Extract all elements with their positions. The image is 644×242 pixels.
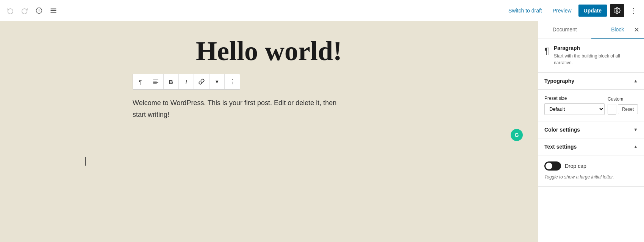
svg-rect-9 — [153, 82, 158, 83]
bold-button[interactable]: B — [164, 74, 179, 89]
format-toolbar: ¶ B I ▾ — [133, 74, 240, 90]
typography-collapse-icon: ▲ — [633, 78, 638, 84]
tab-document[interactable]: Document — [538, 21, 591, 39]
color-settings-expand-icon: ▼ — [633, 127, 638, 132]
post-body-text: Welcome to WordPress. This is your first… — [133, 97, 405, 120]
preset-size-col: Preset size Default Small Medium Large E… — [544, 96, 605, 115]
undo-button[interactable] — [5, 5, 16, 16]
top-bar-left — [5, 5, 59, 16]
typography-accordion-header[interactable]: Typography ▲ — [538, 73, 644, 90]
custom-size-input[interactable] — [608, 104, 616, 114]
svg-rect-7 — [153, 80, 158, 80]
update-button[interactable]: Update — [578, 5, 607, 17]
top-bar-right: Switch to draft Preview Update ⋮ — [505, 4, 639, 17]
typography-controls-row: Preset size Default Small Medium Large E… — [544, 96, 638, 115]
editor-canvas[interactable]: Hello world! ¶ B I — [0, 21, 538, 242]
block-info-section: ¶ Paragraph Start with the building bloc… — [538, 39, 644, 73]
drop-cap-label: Drop cap — [565, 163, 586, 169]
block-description: Start with the building block of all nar… — [554, 53, 638, 66]
info-button[interactable] — [33, 5, 45, 16]
post-title[interactable]: Hello world! — [133, 36, 405, 66]
block-type-icon: ¶ — [544, 46, 549, 56]
grammarly-icon[interactable]: G — [511, 129, 523, 141]
drop-cap-toggle[interactable] — [544, 161, 561, 171]
text-settings-collapse-icon: ▲ — [633, 144, 638, 149]
sidebar-content: ¶ Paragraph Start with the building bloc… — [538, 39, 644, 242]
svg-rect-10 — [153, 84, 156, 84]
more-options-button[interactable]: ⋮ — [627, 4, 639, 17]
editor-content: Hello world! ¶ B I — [133, 36, 405, 120]
preset-size-label: Preset size — [544, 96, 605, 101]
preset-size-select[interactable]: Default Small Medium Large Extra Large — [544, 103, 605, 115]
redo-button[interactable] — [19, 5, 30, 16]
svg-point-6 — [616, 9, 618, 11]
link-icon — [199, 79, 205, 85]
paragraph-button[interactable]: ¶ — [133, 74, 148, 89]
typography-content: Preset size Default Small Medium Large E… — [538, 90, 644, 121]
more-rich-options-button[interactable]: ▾ — [209, 74, 225, 89]
preview-button[interactable]: Preview — [549, 5, 575, 16]
block-info: ¶ Paragraph Start with the building bloc… — [544, 45, 638, 66]
typography-label: Typography — [544, 78, 574, 84]
custom-size-col: Custom ▲ ▼ Reset — [608, 96, 638, 115]
custom-input-wrapper: ▲ ▼ — [608, 104, 616, 115]
drop-cap-hint: Toggle to show a large initial letter. — [544, 174, 638, 180]
post-body[interactable]: Welcome to WordPress. This is your first… — [133, 97, 405, 120]
custom-label: Custom — [608, 96, 638, 102]
color-settings-label: Color settings — [544, 127, 580, 133]
svg-rect-8 — [153, 81, 156, 81]
settings-button[interactable] — [610, 4, 624, 17]
block-title: Paragraph — [554, 45, 638, 51]
sidebar-tabs: Document Block ✕ — [538, 21, 644, 39]
list-view-button[interactable] — [48, 5, 59, 16]
sidebar-close-button[interactable]: ✕ — [632, 24, 641, 36]
link-button[interactable] — [194, 74, 209, 89]
right-sidebar: Document Block ✕ ¶ Paragraph Start with … — [538, 21, 644, 242]
reset-button[interactable]: Reset — [618, 104, 638, 114]
main-area: Hello world! ¶ B I — [0, 21, 644, 242]
paragraph-icon: ¶ — [139, 79, 142, 85]
text-settings-label: Text settings — [544, 144, 577, 150]
switch-to-draft-button[interactable]: Switch to draft — [505, 5, 546, 16]
text-settings-content: Drop cap Toggle to show a large initial … — [538, 155, 644, 187]
drop-cap-row: Drop cap — [544, 161, 638, 171]
block-details: Paragraph Start with the building block … — [554, 45, 638, 66]
block-options-button[interactable]: ⋮ — [225, 74, 240, 89]
text-settings-accordion-header[interactable]: Text settings ▲ — [538, 138, 644, 155]
align-icon — [153, 79, 159, 85]
italic-button[interactable]: I — [179, 74, 194, 89]
top-bar: Switch to draft Preview Update ⋮ — [0, 0, 644, 21]
color-settings-accordion-header[interactable]: Color settings ▼ — [538, 121, 644, 138]
align-button[interactable] — [148, 74, 164, 89]
text-cursor — [85, 157, 86, 166]
